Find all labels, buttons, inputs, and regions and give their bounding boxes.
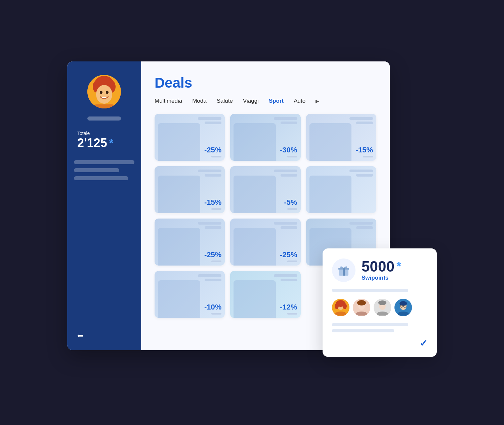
deal-discount: -15% xyxy=(356,146,373,154)
logout-button[interactable]: ⬅ xyxy=(77,331,83,340)
deal-title-bar xyxy=(274,117,297,120)
deal-discount: -10% xyxy=(204,303,221,312)
totale-number: 2'125 xyxy=(77,136,107,150)
deal-title-bar xyxy=(205,122,221,124)
deal-title-bar xyxy=(205,279,221,281)
more-categories-arrow[interactable]: ▶ xyxy=(316,98,319,104)
deal-title-bar xyxy=(356,122,373,124)
deal-info: -10% xyxy=(204,303,221,315)
deal-info: -25% xyxy=(280,250,297,262)
deal-bar xyxy=(211,313,221,315)
deal-card[interactable]: -12% xyxy=(230,271,300,318)
deal-title-bar xyxy=(281,174,297,177)
nav-item-1[interactable] xyxy=(74,160,134,164)
deal-card[interactable]: -10% xyxy=(155,271,225,318)
deal-info: -15% xyxy=(204,198,221,210)
deal-discount: -25% xyxy=(204,250,221,259)
deal-title-area xyxy=(274,274,297,281)
popup-text-bar-1 xyxy=(332,323,408,326)
deal-discount: -30% xyxy=(280,146,297,154)
deal-silhouette xyxy=(234,280,276,318)
deal-title-bar xyxy=(198,170,221,172)
popup-text-bars xyxy=(332,323,427,332)
deal-title-area xyxy=(349,117,373,124)
popup-points-wrap: 5000 * Swipoints xyxy=(362,259,401,281)
deal-card[interactable]: -25% xyxy=(230,219,300,266)
deal-title-bar xyxy=(349,222,373,225)
nav-item-2[interactable] xyxy=(74,168,119,172)
deal-title-area xyxy=(274,117,297,124)
svg-point-16 xyxy=(335,303,339,309)
deal-title-bar xyxy=(281,226,297,229)
sidebar: Totale 2'125 * ⬅ xyxy=(67,61,141,350)
popup-checkmark[interactable]: ✓ xyxy=(332,338,427,349)
deal-title-bar xyxy=(349,117,373,120)
deal-bar xyxy=(287,313,297,315)
deal-title-bar xyxy=(198,274,221,277)
page-title: Deals xyxy=(155,75,376,91)
gift-icon xyxy=(338,264,350,276)
deal-info: -25% xyxy=(204,250,221,262)
deal-title-area xyxy=(198,170,221,177)
deal-silhouette xyxy=(234,123,276,161)
deal-title-area xyxy=(198,222,221,229)
nav-item-3[interactable] xyxy=(74,176,128,180)
deal-info: -30% xyxy=(280,146,297,157)
deal-bar xyxy=(287,156,297,157)
deal-card[interactable]: -25% xyxy=(155,219,225,266)
deal-discount: -15% xyxy=(204,198,221,207)
deal-card[interactable]: -30% xyxy=(230,114,300,161)
popup-points-row: 5000 * xyxy=(362,259,401,274)
deal-card[interactable]: -15% xyxy=(306,114,376,161)
deal-title-bar xyxy=(205,226,221,229)
app-scene: Totale 2'125 * ⬅ Deals Multimedia Moda S… xyxy=(67,61,437,364)
deal-title-bar xyxy=(274,170,297,172)
deal-title-bar xyxy=(281,279,297,281)
popup-avatar-4 xyxy=(394,299,412,316)
deal-title-bar xyxy=(281,122,297,124)
svg-point-6 xyxy=(100,91,102,94)
deal-discount: -12% xyxy=(280,303,297,312)
deal-title-area xyxy=(349,222,373,229)
tab-viaggi[interactable]: Viaggi xyxy=(243,98,259,104)
deal-discount: -5% xyxy=(284,198,297,207)
tab-multimedia[interactable]: Multimedia xyxy=(155,98,182,104)
popup-avatar-1 xyxy=(332,299,349,316)
deal-card[interactable]: -15% xyxy=(155,166,225,213)
tab-moda[interactable]: Moda xyxy=(192,98,207,104)
deal-bar xyxy=(211,208,221,210)
deal-silhouette xyxy=(309,176,352,213)
deal-info: -25% xyxy=(204,146,221,157)
tab-auto[interactable]: Auto xyxy=(294,98,305,104)
popup-swipoints-label: Swipoints xyxy=(362,275,401,281)
nav-items xyxy=(74,160,134,180)
deal-title-bar xyxy=(274,222,297,225)
deal-bar xyxy=(211,261,221,262)
deal-title-area xyxy=(274,222,297,229)
deal-bar xyxy=(287,208,297,210)
deal-title-bar xyxy=(356,174,373,177)
avatar xyxy=(87,75,121,108)
tab-sport[interactable]: Sport xyxy=(269,98,284,104)
deal-title-bar xyxy=(198,222,221,225)
deal-bar xyxy=(287,261,297,262)
svg-rect-8 xyxy=(95,104,114,108)
svg-point-7 xyxy=(106,91,109,94)
popup-top: 5000 * Swipoints xyxy=(332,258,427,282)
deal-silhouette xyxy=(158,176,200,213)
deal-info: -15% xyxy=(356,146,373,157)
deal-silhouette xyxy=(158,280,200,318)
deal-card[interactable]: -25% xyxy=(155,114,225,161)
svg-point-4 xyxy=(97,76,111,86)
deal-title-area xyxy=(198,117,221,124)
deal-silhouette xyxy=(309,123,352,161)
deal-card[interactable] xyxy=(306,166,376,213)
popup-points-number: 5000 xyxy=(362,259,394,274)
popup-asterisk: * xyxy=(396,259,401,274)
deal-discount: -25% xyxy=(280,250,297,259)
deal-discount: -25% xyxy=(204,146,221,154)
svg-point-20 xyxy=(357,300,366,305)
deal-title-bar xyxy=(356,226,373,229)
tab-salute[interactable]: Salute xyxy=(217,98,233,104)
deal-card[interactable]: -5% xyxy=(230,166,300,213)
